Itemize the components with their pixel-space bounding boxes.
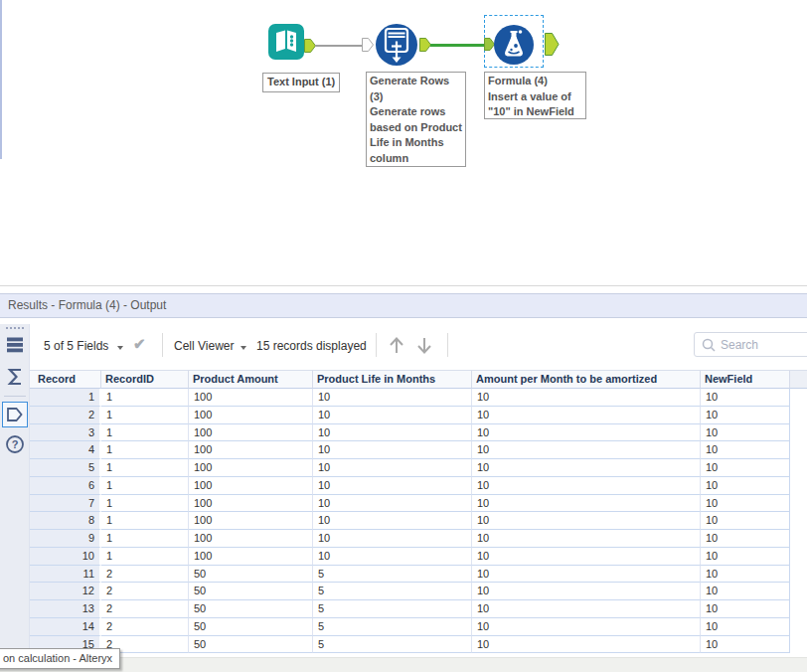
column-header[interactable]: Product Amount bbox=[189, 371, 313, 389]
table-cell[interactable]: 10 bbox=[472, 530, 701, 548]
table-cell[interactable]: 10 bbox=[313, 530, 472, 548]
table-cell[interactable]: 100 bbox=[189, 548, 313, 566]
table-cell[interactable]: 10 bbox=[701, 583, 790, 600]
record-number-cell[interactable]: 3 bbox=[30, 424, 101, 442]
search-input[interactable] bbox=[721, 338, 807, 352]
text-input-tool-icon[interactable] bbox=[268, 24, 304, 60]
workflow-canvas[interactable]: Text Input (1) Generate Rows (3) Generat… bbox=[0, 0, 807, 286]
table-cell[interactable]: 10 bbox=[313, 459, 472, 477]
column-header[interactable]: Record bbox=[30, 371, 101, 389]
table-cell[interactable]: 5 bbox=[313, 618, 472, 636]
table-cell[interactable]: 5 bbox=[313, 566, 472, 584]
generate-rows-tool-icon[interactable] bbox=[375, 23, 418, 67]
table-cell[interactable]: 10 bbox=[313, 548, 472, 566]
record-number-cell[interactable]: 4 bbox=[30, 441, 101, 459]
table-cell[interactable]: 10 bbox=[701, 495, 790, 513]
table-cell[interactable]: 10 bbox=[701, 548, 790, 566]
table-cell[interactable]: 10 bbox=[472, 618, 701, 636]
record-number-cell[interactable]: 9 bbox=[30, 530, 101, 548]
table-cell[interactable]: 10 bbox=[701, 512, 790, 530]
record-number-cell[interactable]: 7 bbox=[30, 495, 101, 513]
record-number-cell[interactable]: 6 bbox=[30, 477, 101, 495]
record-number-cell[interactable]: 11 bbox=[30, 566, 101, 584]
table-cell[interactable]: 100 bbox=[189, 407, 313, 424]
connection-textinput-generaterows[interactable] bbox=[315, 45, 362, 47]
checkmark-icon[interactable]: ✔ bbox=[133, 335, 146, 353]
table-cell[interactable]: 2 bbox=[101, 583, 189, 600]
table-cell[interactable]: 10 bbox=[701, 424, 790, 442]
cell-viewer-dropdown[interactable]: Cell Viewer bbox=[174, 339, 234, 353]
arrow-up-icon[interactable] bbox=[386, 334, 407, 356]
table-cell[interactable]: 1 bbox=[101, 477, 189, 495]
panel-grip-handle[interactable] bbox=[0, 324, 29, 329]
table-cell[interactable]: 10 bbox=[701, 636, 790, 654]
help-icon[interactable]: ? bbox=[5, 433, 25, 455]
table-cell[interactable]: 10 bbox=[472, 512, 701, 530]
table-cell[interactable]: 10 bbox=[313, 495, 472, 513]
table-cell[interactable]: 50 bbox=[189, 618, 313, 636]
generate-rows-annotation[interactable]: Generate Rows (3) Generate rows based on… bbox=[366, 72, 466, 167]
record-number-cell[interactable]: 2 bbox=[30, 407, 101, 424]
column-header[interactable]: NewField bbox=[701, 371, 790, 389]
table-cell[interactable]: 10 bbox=[472, 477, 701, 495]
record-number-cell[interactable]: 8 bbox=[30, 512, 101, 530]
profile-sigma-icon[interactable] bbox=[5, 366, 25, 388]
record-number-cell[interactable]: 13 bbox=[30, 600, 101, 618]
table-cell[interactable]: 5 bbox=[313, 583, 472, 600]
table-cell[interactable]: 100 bbox=[189, 389, 313, 407]
arrow-down-icon[interactable] bbox=[413, 334, 435, 356]
table-cell[interactable]: 2 bbox=[101, 618, 189, 636]
table-cell[interactable]: 10 bbox=[472, 636, 701, 654]
formula-annotation[interactable]: Formula (4) Insert a value of "10" in Ne… bbox=[484, 72, 586, 119]
table-cell[interactable]: 2 bbox=[101, 600, 189, 618]
table-cell[interactable]: 10 bbox=[313, 407, 472, 424]
table-cell[interactable]: 10 bbox=[701, 566, 790, 584]
record-number-cell[interactable]: 14 bbox=[30, 618, 101, 636]
text-input-label[interactable]: Text Input (1) bbox=[262, 73, 340, 92]
table-cell[interactable]: 10 bbox=[313, 441, 472, 459]
table-cell[interactable]: 10 bbox=[472, 583, 701, 600]
fields-dropdown[interactable]: 5 of 5 Fields bbox=[44, 339, 108, 353]
table-cell[interactable]: 1 bbox=[101, 441, 189, 459]
record-number-cell[interactable]: 10 bbox=[30, 548, 101, 566]
table-cell[interactable]: 5 bbox=[313, 600, 472, 618]
table-cell[interactable]: 100 bbox=[189, 477, 313, 495]
table-cell[interactable]: 10 bbox=[701, 600, 790, 618]
table-cell[interactable]: 10 bbox=[472, 600, 701, 618]
connection-generaterows-formula[interactable] bbox=[430, 44, 486, 47]
record-number-cell[interactable]: 1 bbox=[30, 389, 101, 407]
table-cell[interactable]: 1 bbox=[101, 424, 189, 442]
chevron-down-icon[interactable] bbox=[241, 346, 246, 350]
column-header[interactable]: Amount per Month to be amortized bbox=[472, 371, 701, 389]
chevron-down-icon[interactable] bbox=[117, 346, 123, 350]
connection-view-icon[interactable] bbox=[2, 402, 28, 427]
table-cell[interactable]: 10 bbox=[313, 477, 472, 495]
table-cell[interactable]: 10 bbox=[472, 459, 701, 477]
table-cell[interactable]: 10 bbox=[701, 441, 790, 459]
table-cell[interactable]: 100 bbox=[189, 441, 313, 459]
table-cell[interactable]: 1 bbox=[101, 512, 189, 530]
table-cell[interactable]: 1 bbox=[101, 459, 189, 477]
record-number-cell[interactable]: 5 bbox=[30, 459, 101, 477]
table-cell[interactable]: 100 bbox=[189, 459, 313, 477]
table-cell[interactable]: 10 bbox=[472, 441, 701, 459]
generate-rows-input-anchor[interactable] bbox=[362, 38, 374, 52]
table-cell[interactable]: 10 bbox=[701, 530, 790, 548]
record-number-cell[interactable]: 12 bbox=[30, 583, 101, 600]
table-cell[interactable]: 10 bbox=[701, 407, 790, 424]
table-cell[interactable]: 100 bbox=[189, 530, 313, 548]
table-cell[interactable]: 2 bbox=[101, 566, 189, 584]
column-header[interactable]: RecordID bbox=[101, 371, 189, 389]
table-cell[interactable]: 1 bbox=[101, 407, 189, 424]
table-cell[interactable]: 10 bbox=[472, 548, 701, 566]
table-cell[interactable]: 10 bbox=[472, 389, 701, 407]
table-cell[interactable]: 1 bbox=[101, 548, 189, 566]
table-cell[interactable]: 50 bbox=[189, 636, 313, 654]
table-cell[interactable]: 10 bbox=[313, 512, 472, 530]
table-cell[interactable]: 100 bbox=[189, 424, 313, 442]
table-cell[interactable]: 1 bbox=[101, 495, 189, 513]
table-cell[interactable]: 10 bbox=[472, 566, 701, 584]
table-cell[interactable]: 10 bbox=[701, 618, 790, 636]
table-cell[interactable]: 10 bbox=[313, 424, 472, 442]
formula-output-anchor[interactable] bbox=[545, 33, 560, 56]
